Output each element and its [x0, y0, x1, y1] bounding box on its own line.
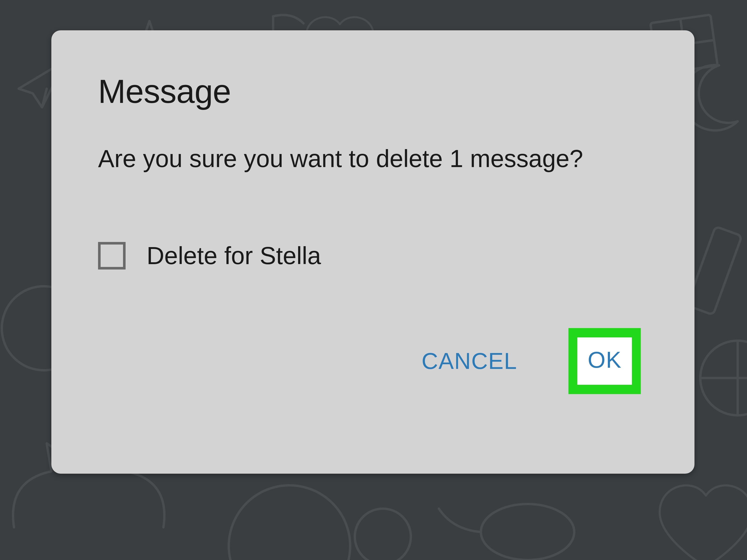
- ok-button-inner: OK: [577, 338, 632, 385]
- cancel-button[interactable]: CANCEL: [421, 348, 517, 374]
- svg-point-3: [355, 509, 411, 560]
- dialog-title: Message: [98, 72, 648, 111]
- svg-point-4: [481, 504, 574, 560]
- delete-for-contact-checkbox[interactable]: Delete for Stella: [98, 242, 648, 270]
- dialog-button-row: CANCEL OK: [98, 328, 648, 394]
- svg-point-2: [229, 485, 350, 560]
- checkbox-label: Delete for Stella: [147, 242, 321, 270]
- delete-message-dialog: Message Are you sure you want to delete …: [51, 30, 694, 474]
- checkbox-unchecked-icon: [98, 242, 126, 269]
- svg-point-6: [700, 341, 747, 415]
- svg-rect-5: [687, 226, 742, 315]
- dialog-body-text: Are you sure you want to delete 1 messag…: [98, 141, 648, 177]
- ok-button-highlight: OK: [568, 328, 641, 394]
- ok-button[interactable]: OK: [588, 347, 622, 373]
